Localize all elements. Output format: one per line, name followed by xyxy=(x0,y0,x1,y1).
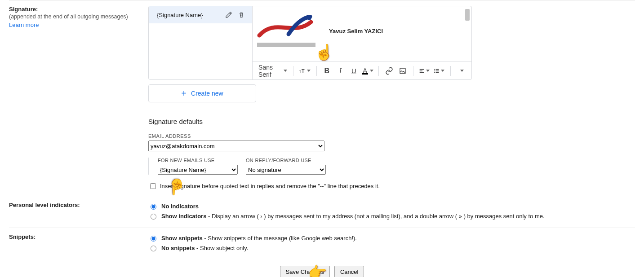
signature-owner-name: Yavuz Selim YAZICI xyxy=(329,28,383,35)
insert-signature-label: Insert signature before quoted text in r… xyxy=(160,183,380,189)
bold-button[interactable]: B xyxy=(321,65,333,77)
email-address-select[interactable]: yavuz@atakdomain.com xyxy=(148,141,324,151)
signature-defaults-title: Signature defaults xyxy=(148,118,635,125)
signature-section: Signature: (appended at the end of all o… xyxy=(9,0,635,196)
on-reply-select[interactable]: No signature xyxy=(246,165,326,175)
svg-point-4 xyxy=(434,69,435,70)
signature-list-item[interactable]: {Signature Name} xyxy=(149,6,252,23)
for-new-emails-select[interactable]: {Signature Name} xyxy=(158,165,238,175)
signature-heading: Signature: xyxy=(9,6,38,13)
delete-icon[interactable] xyxy=(235,9,248,21)
insert-signature-checkbox-row: Insert signature before quoted text in r… xyxy=(148,182,635,190)
personal-indicators-label-col: Personal level indicators: xyxy=(9,202,148,222)
signature-preview[interactable]: Yavuz Selim YAZICI xyxy=(253,6,471,62)
text-color-button[interactable]: A xyxy=(361,65,374,77)
toolbar-separator xyxy=(316,66,317,76)
toolbar-separator xyxy=(378,66,379,76)
font-size-dropdown[interactable]: тT xyxy=(298,65,312,77)
signature-preview-content: Yavuz Selim YAZICI xyxy=(257,15,467,47)
signature-default-columns: FOR NEW EMAILS USE {Signature Name} ON R… xyxy=(148,158,635,175)
signature-list: {Signature Name} xyxy=(149,6,253,79)
personal-indicators-heading: Personal level indicators: xyxy=(9,202,80,208)
align-button[interactable] xyxy=(418,65,431,77)
image-selection-bar xyxy=(257,43,315,47)
signature-subtext: (appended at the end of all outgoing mes… xyxy=(9,13,148,20)
create-new-label: Create new xyxy=(191,90,223,97)
insert-signature-checkbox[interactable] xyxy=(150,183,156,189)
plus-icon: + xyxy=(181,89,187,98)
svg-point-5 xyxy=(434,70,435,71)
no-indicators-row: No indicators xyxy=(148,202,635,210)
toolbar-separator xyxy=(413,66,413,76)
italic-button[interactable]: I xyxy=(334,65,346,77)
no-snippets-row: No snippets - Show subject only. xyxy=(148,244,635,251)
create-new-button[interactable]: + Create new xyxy=(148,84,256,102)
signature-editor[interactable]: Yavuz Selim YAZICI Sans Serif тT B I U xyxy=(253,6,471,79)
formatting-toolbar: Sans Serif тT B I U A xyxy=(253,62,471,79)
link-icon[interactable] xyxy=(383,65,395,77)
learn-more-link[interactable]: Learn more xyxy=(9,22,39,28)
for-new-emails-label: FOR NEW EMAILS USE xyxy=(158,158,238,163)
footer-buttons: Save Changes Cancel xyxy=(9,266,635,277)
svg-text:T: T xyxy=(302,68,305,73)
signature-item-name: {Signature Name} xyxy=(157,12,222,18)
no-indicators-radio[interactable] xyxy=(151,204,156,210)
show-snippets-radio[interactable] xyxy=(151,236,156,242)
snippets-section: Snippets: Show snippets - Show snippets … xyxy=(9,228,635,259)
no-snippets-label: No snippets xyxy=(161,245,195,251)
no-indicators-label: No indicators xyxy=(161,203,199,210)
show-snippets-row: Show snippets - Show snippets of the mes… xyxy=(148,234,635,242)
scrollbar[interactable] xyxy=(465,9,470,21)
signature-panel: {Signature Name} xyxy=(148,6,472,80)
underline-button[interactable]: U xyxy=(348,65,360,77)
show-indicators-row: Show indicators - Display an arrow ( › )… xyxy=(148,212,635,220)
personal-indicators-section: Personal level indicators: No indicators… xyxy=(9,196,635,228)
save-changes-button[interactable]: Save Changes xyxy=(280,266,330,277)
svg-point-0 xyxy=(307,16,311,20)
edit-icon[interactable] xyxy=(222,9,235,21)
show-snippets-desc: - Show snippets of the message (like Goo… xyxy=(203,235,357,242)
personal-indicators-content: No indicators Show indicators - Display … xyxy=(148,202,635,222)
signature-logo xyxy=(257,15,315,47)
svg-rect-3 xyxy=(400,68,405,74)
toolbar-separator xyxy=(450,66,451,76)
font-family-dropdown[interactable]: Sans Serif xyxy=(257,65,289,77)
on-reply-label: ON REPLY/FORWARD USE xyxy=(246,158,326,163)
more-formatting-button[interactable] xyxy=(455,65,467,77)
no-snippets-radio[interactable] xyxy=(151,246,156,251)
svg-point-6 xyxy=(434,72,435,73)
no-snippets-desc: - Show subject only. xyxy=(195,245,248,251)
cancel-button[interactable]: Cancel xyxy=(334,266,364,277)
signature-label-col: Signature: (appended at the end of all o… xyxy=(9,6,148,190)
email-address-label: EMAIL ADDRESS xyxy=(148,133,635,139)
show-snippets-label: Show snippets xyxy=(161,235,203,242)
snippets-heading: Snippets: xyxy=(9,233,36,240)
image-icon[interactable] xyxy=(397,65,409,77)
show-indicators-desc: - Display an arrow ( › ) by messages sen… xyxy=(206,213,544,220)
svg-text:т: т xyxy=(299,69,301,73)
show-indicators-label: Show indicators xyxy=(161,213,206,220)
snippets-label-col: Snippets: xyxy=(9,233,148,254)
toolbar-separator xyxy=(293,66,293,76)
snippets-content: Show snippets - Show snippets of the mes… xyxy=(148,233,635,254)
show-indicators-radio[interactable] xyxy=(151,214,156,220)
list-button[interactable] xyxy=(433,65,446,77)
signature-content: {Signature Name} xyxy=(148,6,635,190)
